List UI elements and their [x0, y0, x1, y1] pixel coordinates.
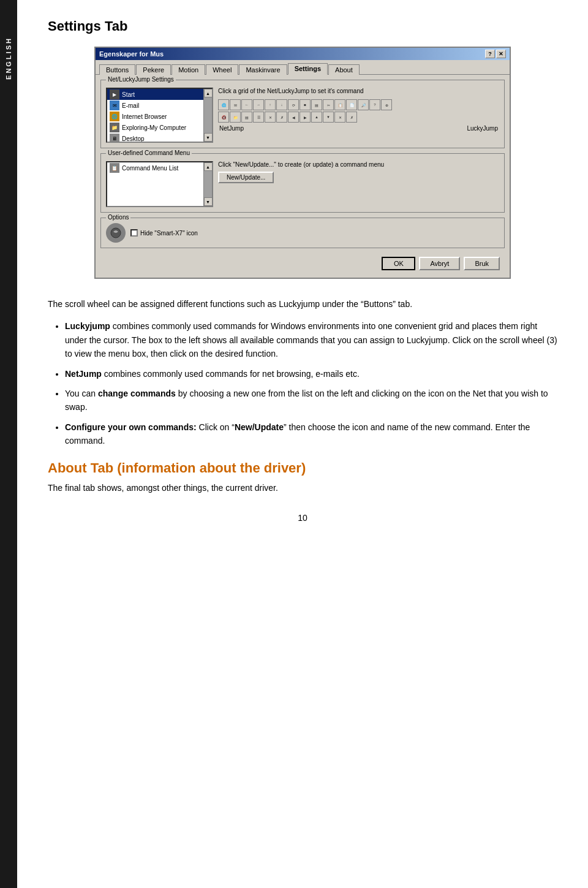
titlebar-buttons: ? ✕: [485, 50, 506, 58]
icon-cell[interactable]: ⟳: [288, 99, 299, 110]
icon-cell[interactable]: ▤: [241, 112, 252, 123]
help-button[interactable]: ?: [485, 50, 495, 58]
icon-cell[interactable]: 🌐: [218, 99, 229, 110]
netjump-label: NetJump: [219, 125, 244, 132]
cancel-button[interactable]: Avbryt: [419, 257, 460, 270]
click-instruction: Click a grid of the Net/LuckyJump to set…: [218, 88, 499, 94]
icon-row-1: 🌐 ✉ ← → ↑ ↓ ⟳ ■ ▤ ✂: [218, 99, 499, 110]
dialog-title: Egenskaper for Mus: [99, 50, 164, 58]
icon-cell[interactable]: ←: [241, 99, 252, 110]
netlucky-area: ▶ Start ✉ E-mail 🌐 Inte: [106, 88, 499, 143]
icon-grid: 🌐 ✉ ← → ↑ ↓ ⟳ ■ ▤ ✂: [218, 99, 499, 123]
bullet-change-commands: You can change commands by choosing a ne…: [65, 387, 557, 414]
list-item-browser[interactable]: 🌐 Internet Browser: [107, 111, 203, 122]
list-inner: ▶ Start ✉ E-mail 🌐 Inte: [107, 89, 203, 142]
icon-cell[interactable]: ✕: [265, 112, 276, 123]
icon-cell[interactable]: ↑: [265, 99, 276, 110]
command-right: Click "New/Update..." to create (or upda…: [218, 161, 499, 207]
intro-paragraph: The scroll wheel can be assigned differe…: [48, 297, 557, 311]
icon-cell[interactable]: ◀: [288, 112, 299, 123]
icon-cell[interactable]: 📄: [346, 99, 357, 110]
about-sub: The final tab shows, amongst other thing…: [48, 481, 557, 495]
tab-pekere[interactable]: Pekere: [136, 64, 171, 75]
luckyjump-label: LuckyJump: [467, 125, 498, 132]
desktop-icon: 🖥: [110, 134, 119, 142]
tab-maskinvare[interactable]: Maskinvare: [239, 64, 287, 75]
icon-cell[interactable]: ✂: [323, 99, 334, 110]
command-menu-group: User-defined Command Menu 📋 Command Menu…: [100, 153, 505, 213]
tab-settings[interactable]: Settings: [288, 63, 328, 75]
netlucky-list: ▶ Start ✉ E-mail 🌐 Inte: [106, 88, 213, 143]
netlucky-group-label: Net/LuckyJump Settings: [106, 76, 176, 83]
icon-cell[interactable]: ✉: [230, 99, 241, 110]
list-item-desktop[interactable]: 🖥 Desktop: [107, 133, 203, 142]
icon-cell[interactable]: 🔎: [358, 99, 369, 110]
tab-motion[interactable]: Motion: [172, 64, 205, 75]
icon-cell[interactable]: 🔇: [218, 112, 229, 123]
options-group: Options Hide "Smart-X7" icon: [100, 218, 505, 248]
email-icon: ✉: [110, 101, 119, 110]
icon-cell[interactable]: ↓: [276, 99, 287, 110]
grid-labels: NetJump LuckyJump: [218, 125, 499, 132]
dialog-titlebar: Egenskaper for Mus ? ✕: [96, 48, 510, 60]
bullet-netjump: NetJump combines commonly used commands …: [65, 367, 557, 381]
icon-cell[interactable]: ✗: [276, 112, 287, 123]
close-button[interactable]: ✕: [496, 50, 506, 58]
icon-cell[interactable]: ⊕: [381, 99, 392, 110]
command-list-inner: 📋 Command Menu List: [107, 162, 203, 206]
icon-cell[interactable]: ?: [369, 99, 380, 110]
netlucky-group: Net/LuckyJump Settings ▶ Start: [100, 80, 505, 148]
body-text: The scroll wheel can be assigned differe…: [48, 297, 557, 495]
list-item-start[interactable]: ▶ Start: [107, 89, 203, 100]
bullet-configure: Configure your own commands: Click on “N…: [65, 420, 557, 448]
hide-icon-checkbox[interactable]: [130, 229, 138, 237]
scrollbar-track: [204, 97, 212, 133]
cmd-scrollbar-up[interactable]: ▲: [204, 162, 213, 171]
checkbox-area: Hide "Smart-X7" icon: [130, 229, 198, 237]
new-update-button[interactable]: New/Update...: [218, 172, 274, 183]
icon-cell[interactable]: ▲: [311, 112, 322, 123]
list-item-explore[interactable]: 📁 Exploring-My Computer: [107, 122, 203, 133]
list-scrollbar: ▲ ▼: [203, 89, 212, 142]
page-title: Settings Tab: [48, 18, 557, 34]
icon-cell[interactable]: ■: [300, 99, 311, 110]
netlucky-right: Click a grid of the Net/LuckyJump to set…: [218, 88, 499, 143]
icon-cell[interactable]: ▼: [323, 112, 334, 123]
browser-icon: 🌐: [110, 112, 119, 121]
tab-about[interactable]: About: [328, 64, 360, 75]
list-item-email[interactable]: ✉ E-mail: [107, 100, 203, 111]
bullet-list: Luckyjump combines commonly used command…: [48, 319, 557, 447]
icon-cell[interactable]: 📋: [334, 99, 345, 110]
dialog-tabs: Buttons Pekere Motion Wheel Maskinvare S…: [96, 60, 510, 74]
options-group-label: Options: [106, 214, 130, 221]
scrollbar-down[interactable]: ▼: [204, 133, 213, 142]
command-instruction: Click "New/Update..." to create (or upda…: [218, 161, 499, 168]
icon-cell[interactable]: ✗: [346, 112, 357, 123]
icon-cell[interactable]: ✕: [334, 112, 345, 123]
apply-button[interactable]: Bruk: [464, 257, 500, 270]
dialog-container: Egenskaper for Mus ? ✕ Buttons Pekere Mo…: [94, 47, 511, 279]
tab-wheel[interactable]: Wheel: [206, 64, 238, 75]
ok-button[interactable]: OK: [382, 257, 415, 270]
icon-cell[interactable]: →: [253, 99, 264, 110]
side-label-text: ENGLISH: [5, 37, 12, 80]
cmd-scrollbar-track: [204, 171, 212, 197]
dialog-window: Egenskaper for Mus ? ✕ Buttons Pekere Mo…: [94, 47, 511, 279]
scrollbar-up[interactable]: ▲: [204, 89, 213, 97]
command-list-panel: 📋 Command Menu List ▲ ▼: [106, 161, 213, 207]
tab-buttons[interactable]: Buttons: [99, 64, 135, 75]
icon-cell[interactable]: ▤: [311, 99, 322, 110]
command-menu-list-item[interactable]: 📋 Command Menu List: [107, 162, 203, 173]
icon-cell[interactable]: ▶: [300, 112, 311, 123]
icon-row-2: 🔇 📁 ▤ ☰ ✕ ✗ ◀ ▶ ▲ ▼: [218, 112, 499, 123]
dialog-body: Net/LuckyJump Settings ▶ Start: [96, 74, 510, 278]
bullet-luckyjump: Luckyjump combines commonly used command…: [65, 319, 557, 360]
about-heading: About Tab (information about the driver): [48, 460, 557, 476]
command-menu-area: 📋 Command Menu List ▲ ▼: [106, 161, 499, 207]
list-container: ▶ Start ✉ E-mail 🌐 Inte: [106, 88, 213, 143]
dialog-buttons: OK Avbryt Bruk: [100, 253, 505, 273]
command-menu-group-label: User-defined Command Menu: [106, 150, 192, 156]
cmd-scrollbar-down[interactable]: ▼: [204, 197, 213, 206]
icon-cell[interactable]: 📁: [230, 112, 241, 123]
icon-cell[interactable]: ☰: [253, 112, 264, 123]
